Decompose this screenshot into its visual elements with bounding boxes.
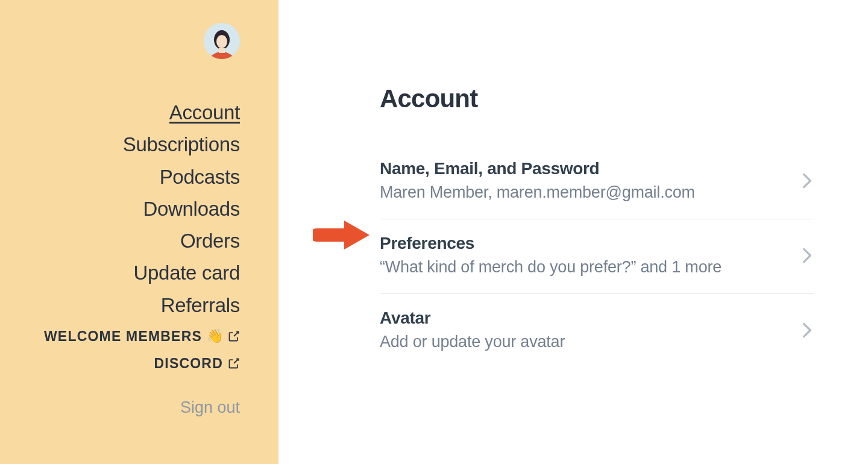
row-subtitle: Add or update your avatar [380, 333, 788, 351]
external-link-icon [228, 357, 240, 369]
svg-point-2 [216, 35, 227, 48]
row-avatar[interactable]: Avatar Add or update your avatar [380, 294, 814, 368]
nav-item-referrals[interactable]: Referrals [161, 293, 240, 318]
chevron-right-icon [800, 321, 814, 339]
page-title: Account [380, 84, 814, 113]
row-subtitle: “What kind of merch do you prefer?” and … [380, 258, 788, 277]
main-content: Account Name, Email, and Password Maren … [278, 0, 868, 464]
nav-item-update-card[interactable]: Update card [134, 260, 240, 285]
ext-link-welcome-members[interactable]: WELCOME MEMBERS 👋 [44, 328, 240, 345]
chevron-right-icon [800, 172, 814, 190]
row-subtitle: Maren Member, maren.member@gmail.com [380, 183, 788, 202]
ext-link-discord[interactable]: DISCORD [154, 356, 240, 372]
row-title: Name, Email, and Password [380, 159, 788, 178]
row-text: Avatar Add or update your avatar [380, 309, 788, 351]
nav-item-account[interactable]: Account [169, 100, 240, 125]
external-link-icon [228, 330, 240, 342]
wave-emoji-icon: 👋 [207, 328, 223, 344]
pointer-arrow-icon [313, 217, 373, 253]
avatar[interactable] [204, 23, 240, 59]
ext-link-label: DISCORD [154, 356, 223, 372]
row-title: Preferences [380, 234, 788, 253]
row-text: Name, Email, and Password Maren Member, … [380, 159, 788, 202]
row-text: Preferences “What kind of merch do you p… [380, 234, 788, 277]
sign-out-link[interactable]: Sign out [180, 398, 240, 417]
chevron-right-icon [800, 246, 814, 265]
nav-item-subscriptions[interactable]: Subscriptions [123, 132, 240, 157]
row-preferences[interactable]: Preferences “What kind of merch do you p… [380, 219, 814, 294]
sidebar: Account Subscriptions Podcasts Downloads… [0, 0, 278, 464]
nav-item-downloads[interactable]: Downloads [143, 196, 240, 221]
external-links: WELCOME MEMBERS 👋 DISCORD [44, 328, 240, 372]
nav: Account Subscriptions Podcasts Downloads… [123, 100, 240, 318]
nav-item-orders[interactable]: Orders [180, 228, 240, 253]
row-title: Avatar [380, 309, 788, 328]
avatar-icon [204, 23, 240, 59]
ext-link-label: WELCOME MEMBERS [44, 328, 202, 345]
row-name-email-password[interactable]: Name, Email, and Password Maren Member, … [380, 145, 814, 219]
svg-rect-3 [219, 48, 225, 53]
nav-item-podcasts[interactable]: Podcasts [160, 165, 240, 189]
